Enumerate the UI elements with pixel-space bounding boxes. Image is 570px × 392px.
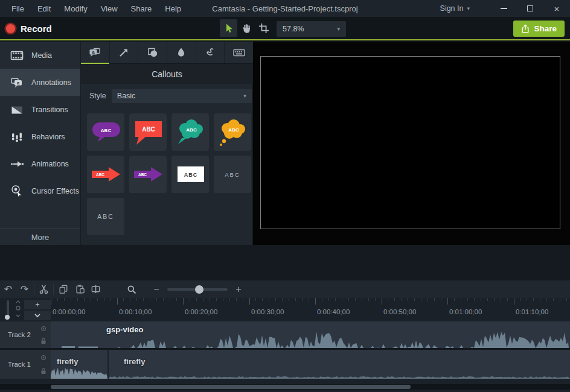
close-button[interactable]: × [543, 0, 570, 17]
tab-shapes[interactable] [138, 42, 167, 63]
ruler-tick [394, 298, 395, 301]
callout-text: ABC [186, 127, 197, 133]
ruler-tick [520, 298, 520, 301]
fader-handle[interactable] [5, 315, 10, 320]
track-lock-icon[interactable] [40, 368, 46, 375]
ruler-label: 0:00:00;00 [53, 308, 85, 315]
menu-edit[interactable]: Edit [31, 4, 57, 13]
ruler-tick [71, 298, 71, 301]
tab-keystroke-callouts[interactable] [225, 42, 253, 63]
paste-icon [75, 284, 85, 294]
record-button[interactable]: Record [6, 21, 52, 36]
ruler-tick [315, 298, 316, 305]
sidebar-more-button[interactable]: More [0, 229, 80, 245]
callout-text-only[interactable]: ABC [214, 156, 251, 193]
timeline-ruler[interactable]: 0:00:00;00 0:00:10;00 0:00:20;00 0:00:30… [51, 298, 570, 321]
callout-cloud[interactable]: ABC [171, 113, 209, 151]
sidebar-item-media[interactable]: Media [0, 42, 80, 69]
speech-rect-shape [135, 121, 162, 145]
clip-firefly-2[interactable]: firefly [109, 350, 570, 379]
timeline-zoom-in-button[interactable]: + [231, 284, 246, 295]
main-toolbar: Record [0, 17, 570, 40]
ruler-tick [84, 298, 85, 301]
track-lock-icon[interactable] [40, 338, 46, 344]
ruler-tick [441, 298, 441, 301]
canvas-zoom-value: 57.8% [283, 25, 304, 33]
callout-text: ABC [101, 128, 112, 133]
canvas-zoom-dropdown[interactable]: 57.8% ▾ [277, 21, 346, 37]
track-height-fader[interactable] [7, 300, 9, 316]
track-size-controls[interactable] [14, 299, 22, 320]
track-visibility-icon[interactable] [40, 326, 46, 332]
callout-sketch-text[interactable]: ABC [87, 198, 124, 235]
panel-title-label: Callouts [152, 69, 182, 79]
tab-sketch-motion[interactable] [196, 42, 225, 63]
share-button[interactable]: Share [513, 21, 565, 37]
tab-arrows-and-lines[interactable] [110, 42, 139, 63]
callout-arrow-purple[interactable]: ABC [129, 156, 167, 193]
menu-help[interactable]: Help [158, 4, 188, 13]
copy-icon [59, 284, 68, 294]
tab-callouts[interactable]: a [81, 42, 110, 63]
zoom-slider-handle[interactable] [195, 285, 203, 294]
ruler-label: 0:01:00;00 [449, 308, 482, 315]
callout-speech-rect[interactable]: ABC [129, 113, 167, 151]
menu-modify[interactable]: Modify [57, 4, 94, 13]
ruler-tick [57, 298, 58, 301]
callout-arrow-red[interactable]: ABC [87, 156, 124, 193]
timeline-zoom-slider[interactable] [167, 288, 228, 291]
timeline-zoom-out-button[interactable]: − [149, 284, 164, 295]
add-track-button[interactable]: + [24, 300, 51, 309]
pan-tool-button[interactable] [237, 19, 255, 37]
redo-icon: ↷ [21, 283, 28, 295]
ruler-tick [130, 298, 130, 301]
ruler-tick [362, 298, 362, 301]
split-button[interactable] [88, 281, 104, 297]
undo-button[interactable]: ↶ [0, 281, 16, 297]
ruler-tick [355, 298, 356, 301]
sidebar-item-animations[interactable]: Animations [0, 150, 80, 177]
callout-rect-white[interactable]: ABC [171, 156, 209, 193]
ruler-tick [474, 298, 475, 301]
track-options-button[interactable] [24, 311, 51, 320]
callout-thought-cloud[interactable]: ABC [214, 113, 251, 151]
redo-button[interactable]: ↷ [16, 281, 33, 297]
video-canvas[interactable] [260, 56, 560, 229]
track-1-header[interactable]: Track 1 [0, 350, 51, 379]
timeline-toolbar: ↶ ↷ [0, 280, 570, 298]
timeline-zoom-button[interactable] [123, 281, 139, 297]
ruler-tick [117, 298, 118, 305]
titlebar-right: Sign In ▾ × [440, 0, 570, 17]
drop-icon [175, 46, 187, 58]
sidebar-item-behaviors[interactable]: Behaviors [0, 123, 80, 150]
paste-button[interactable] [71, 281, 88, 297]
ruler-tick [454, 298, 455, 301]
maximize-button[interactable] [517, 0, 543, 17]
cut-button[interactable] [36, 281, 52, 297]
crop-tool-button[interactable] [255, 19, 272, 37]
sidebar-item-transitions[interactable]: Transitions [0, 96, 80, 123]
sidebar-item-annotations[interactable]: a Annotations [0, 69, 80, 96]
share-label: Share [534, 24, 557, 33]
clip-gsp-video[interactable]: gsp-video [51, 321, 570, 348]
clip-firefly-1[interactable]: firefly [51, 350, 107, 379]
sidebar-item-cursor-effects[interactable]: Cursor Effects [0, 177, 80, 204]
callout-speech-rounded[interactable]: ABC [87, 113, 124, 151]
menu-share[interactable]: Share [124, 4, 159, 13]
sign-in-button[interactable]: Sign In ▾ [440, 4, 470, 13]
ruler-tick [269, 298, 269, 301]
scrollbar-thumb[interactable] [51, 385, 411, 389]
ruler-tick [282, 298, 283, 301]
style-dropdown[interactable]: Basic ▾ [112, 89, 252, 103]
ruler-tick [414, 298, 415, 301]
track-visibility-icon[interactable] [40, 355, 46, 361]
cursor-tool-button[interactable] [220, 19, 237, 37]
preview-panel [253, 42, 570, 245]
tab-blur-and-highlight[interactable] [167, 42, 196, 63]
minimize-button[interactable] [490, 0, 517, 17]
copy-button[interactable] [55, 281, 71, 297]
menu-file[interactable]: File [5, 4, 31, 13]
ruler-tick [322, 298, 322, 301]
menu-view[interactable]: View [94, 4, 124, 13]
track-2-header[interactable]: Track 2 [0, 321, 51, 348]
